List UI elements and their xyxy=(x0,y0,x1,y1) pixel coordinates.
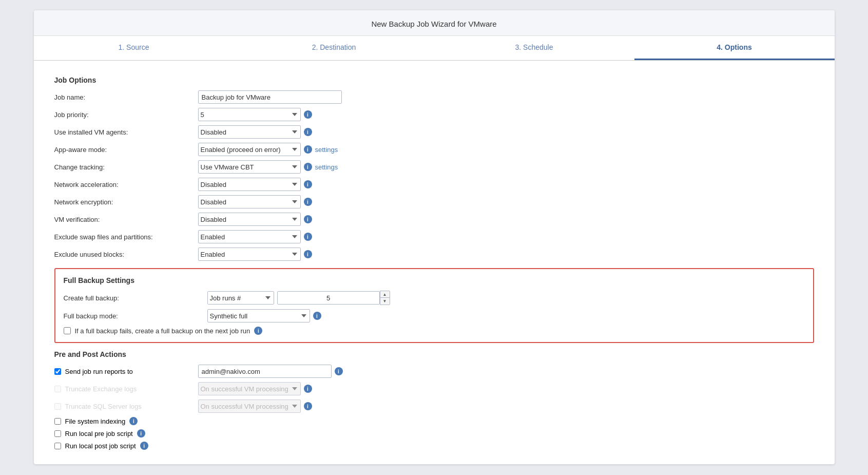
job-name-input[interactable] xyxy=(198,90,342,104)
network-accel-info-icon[interactable]: i xyxy=(304,180,312,188)
vm-verify-select[interactable]: Disabled Enabled xyxy=(198,213,301,226)
truncate-exchange-row: Truncate Exchange logs On successful VM … xyxy=(54,382,814,395)
pre-post-title: Pre and Post Actions xyxy=(54,350,814,358)
spinner-down-button[interactable]: ▼ xyxy=(380,298,390,305)
send-reports-email[interactable] xyxy=(198,365,332,378)
truncate-exchange-checkbox[interactable] xyxy=(54,386,61,392)
full-backup-mode-info-icon[interactable]: i xyxy=(313,312,321,320)
pre-script-label: Run local pre job script xyxy=(65,430,133,438)
pre-script-row: Run local pre job script i xyxy=(54,429,814,438)
step-options[interactable]: 4. Options xyxy=(634,36,835,60)
exclude-swap-row: Exclude swap files and partitions: Enabl… xyxy=(54,230,814,243)
job-priority-row: Job priority: 5 i xyxy=(54,108,814,121)
pre-script-checkbox[interactable] xyxy=(54,430,61,437)
exclude-swap-info-icon[interactable]: i xyxy=(304,233,312,241)
job-options-title: Job Options xyxy=(54,76,814,84)
wizard-body: Job Options Job name: Job priority: 5 i … xyxy=(34,61,835,464)
change-tracking-select[interactable]: Use VMware CBT Disabled xyxy=(198,160,301,174)
full-backup-mode-select[interactable]: Synthetic full Active full xyxy=(207,309,310,322)
pre-script-info-icon[interactable]: i xyxy=(137,429,145,438)
spinner-wrap: ▲ ▼ xyxy=(277,291,390,305)
send-reports-row: Send job run reports to i xyxy=(54,365,814,378)
step-source[interactable]: 1. Source xyxy=(34,36,234,60)
full-backup-mode-wrap: Synthetic full Active full i xyxy=(207,309,321,322)
exclude-unused-row: Exclude unused blocks: Enabled Disabled … xyxy=(54,248,814,261)
post-script-row: Run local post job script i xyxy=(54,442,814,450)
spinner-input[interactable] xyxy=(277,291,380,305)
file-indexing-label: File system indexing xyxy=(65,417,126,425)
truncate-sql-label: Truncate SQL Server logs xyxy=(65,403,142,410)
send-reports-info-icon[interactable]: i xyxy=(335,367,343,375)
file-indexing-checkbox[interactable] xyxy=(54,418,61,425)
app-aware-wrap: Enabled (proceed on error) Disabled i se… xyxy=(198,143,338,156)
app-aware-info-icon[interactable]: i xyxy=(304,145,312,154)
create-full-backup-wrap: Job runs # Weekly on Monthly on ▲ ▼ xyxy=(207,291,390,305)
wizard-container: New Backup Job Wizard for VMware 1. Sour… xyxy=(34,10,835,464)
app-aware-select[interactable]: Enabled (proceed on error) Disabled xyxy=(198,143,301,156)
send-reports-wrap: i xyxy=(198,365,343,378)
network-encrypt-row: Network encryption: Disabled Enabled i xyxy=(54,195,814,208)
vm-agents-info-icon[interactable]: i xyxy=(304,128,312,136)
network-accel-select[interactable]: Disabled Enabled xyxy=(198,178,301,191)
network-accel-wrap: Disabled Enabled i xyxy=(198,178,312,191)
truncate-sql-checkbox[interactable] xyxy=(54,403,61,410)
truncate-exchange-select[interactable]: On successful VM processing only Always xyxy=(198,382,301,395)
network-accel-row: Network acceleration: Disabled Enabled i xyxy=(54,178,814,191)
job-priority-info-icon[interactable]: i xyxy=(304,110,312,119)
change-tracking-info-icon[interactable]: i xyxy=(304,163,312,171)
truncate-sql-select[interactable]: On successful VM processing only Always xyxy=(198,400,301,413)
post-script-checkbox[interactable] xyxy=(54,443,61,449)
exclude-unused-info-icon[interactable]: i xyxy=(304,250,312,258)
exclude-unused-label: Exclude unused blocks: xyxy=(54,251,198,258)
post-script-left: Run local post job script i xyxy=(54,442,148,450)
fail-checkbox-label: If a full backup fails, create a full ba… xyxy=(75,327,250,335)
full-backup-mode-label: Full backup mode: xyxy=(64,312,207,320)
spinner-up-button[interactable]: ▲ xyxy=(380,291,390,298)
truncate-exchange-label: Truncate Exchange logs xyxy=(65,385,137,393)
truncate-sql-info-icon[interactable]: i xyxy=(304,402,312,410)
fail-checkbox[interactable] xyxy=(64,327,71,334)
exclude-swap-wrap: Enabled Disabled i xyxy=(198,230,312,243)
vm-agents-select[interactable]: Disabled Enabled xyxy=(198,125,301,139)
network-encrypt-select[interactable]: Disabled Enabled xyxy=(198,195,301,208)
file-indexing-info-icon[interactable]: i xyxy=(129,417,138,425)
truncate-exchange-left: Truncate Exchange logs xyxy=(54,385,198,393)
change-tracking-row: Change tracking: Use VMware CBT Disabled… xyxy=(54,160,814,174)
exclude-unused-select[interactable]: Enabled Disabled xyxy=(198,248,301,261)
step-schedule[interactable]: 3. Schedule xyxy=(434,36,634,60)
create-full-backup-select[interactable]: Job runs # Weekly on Monthly on xyxy=(207,291,274,305)
wizard-title: New Backup Job Wizard for VMware xyxy=(34,10,835,36)
job-name-label: Job name: xyxy=(54,93,198,101)
network-encrypt-label: Network encryption: xyxy=(54,198,198,206)
full-backup-mode-row: Full backup mode: Synthetic full Active … xyxy=(64,309,805,322)
full-backup-title: Full Backup Settings xyxy=(64,276,805,284)
change-tracking-settings-link[interactable]: settings xyxy=(315,163,338,171)
vm-agents-row: Use installed VM agents: Disabled Enable… xyxy=(54,125,814,139)
truncate-exchange-info-icon[interactable]: i xyxy=(304,385,312,393)
send-reports-label: Send job run reports to xyxy=(65,368,133,375)
network-accel-label: Network acceleration: xyxy=(54,181,198,188)
truncate-sql-wrap: On successful VM processing only Always … xyxy=(198,400,312,413)
exclude-swap-select[interactable]: Enabled Disabled xyxy=(198,230,301,243)
vm-verify-label: VM verification: xyxy=(54,216,198,223)
app-aware-row: App-aware mode: Enabled (proceed on erro… xyxy=(54,143,814,156)
post-script-info-icon[interactable]: i xyxy=(140,442,148,450)
send-reports-left: Send job run reports to xyxy=(54,368,198,375)
create-full-backup-label: Create full backup: xyxy=(64,294,207,302)
change-tracking-wrap: Use VMware CBT Disabled i settings xyxy=(198,160,338,174)
post-script-label: Run local post job script xyxy=(65,442,136,450)
truncate-sql-row: Truncate SQL Server logs On successful V… xyxy=(54,400,814,413)
vm-verify-info-icon[interactable]: i xyxy=(304,215,312,223)
step-destination[interactable]: 2. Destination xyxy=(234,36,434,60)
send-reports-checkbox[interactable] xyxy=(54,368,61,375)
network-encrypt-info-icon[interactable]: i xyxy=(304,198,312,206)
fail-checkbox-row: If a full backup fails, create a full ba… xyxy=(64,327,805,335)
app-aware-label: App-aware mode: xyxy=(54,146,198,154)
spinner-buttons: ▲ ▼ xyxy=(380,291,390,305)
app-aware-settings-link[interactable]: settings xyxy=(315,146,338,154)
vm-verify-wrap: Disabled Enabled i xyxy=(198,213,312,226)
job-priority-select[interactable]: 5 xyxy=(198,108,301,121)
fail-checkbox-info-icon[interactable]: i xyxy=(254,327,262,335)
truncate-exchange-wrap: On successful VM processing only Always … xyxy=(198,382,312,395)
vm-agents-label: Use installed VM agents: xyxy=(54,128,198,136)
